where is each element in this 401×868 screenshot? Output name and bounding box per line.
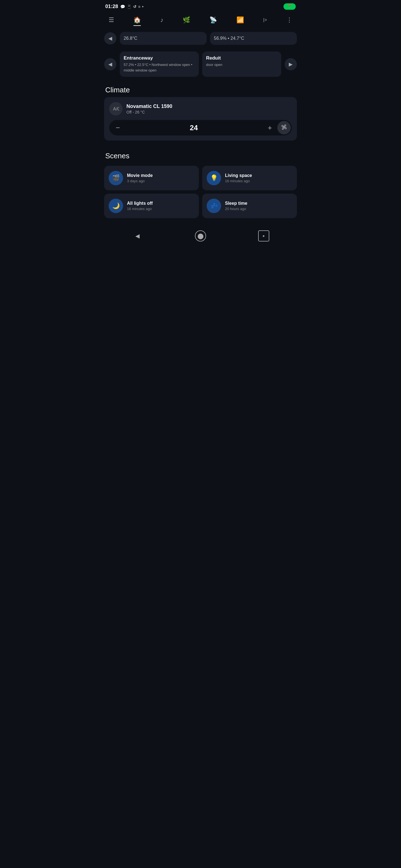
climate-device-name: Novamatic CL 1590 (126, 103, 172, 109)
living-space-name: Living space (225, 173, 252, 178)
menu-dots-icon: ≡ (138, 4, 140, 9)
home-button[interactable]: ⬤ (195, 230, 206, 242)
hamburger-icon: ☰ (109, 17, 114, 24)
climate-increase-button[interactable]: + (262, 121, 277, 134)
sync-icon: ↺ (133, 4, 137, 9)
living-space-icon-circle: 💡 (207, 171, 221, 185)
climate-temperature-value: 24 (125, 124, 262, 132)
more-icon: ⋮ (286, 17, 292, 24)
scroll-right-sensor-button[interactable]: ▶ (285, 58, 297, 70)
nav-music[interactable]: ♪ (157, 15, 166, 28)
bottom-nav: ◀ ⬤ ▪ (100, 226, 301, 245)
scenes-grid: 🎬 Movie mode 3 days ago 💡 Living space 1… (100, 163, 301, 224)
top-card-1[interactable]: 26.8°C (120, 32, 207, 45)
nav-code[interactable]: |> (260, 16, 270, 26)
location-badge: 📍 (284, 3, 296, 10)
scroll-left-sensor-button[interactable]: ◀ (104, 58, 116, 70)
recents-icon: ▪ (263, 233, 264, 239)
top-cards-row: ◀ 26.8°C 56.9% • 24.7°C (100, 28, 301, 48)
nav-hamburger[interactable]: ☰ (106, 15, 117, 28)
chevron-left-icon: ◀ (108, 35, 112, 41)
top-card-1-value: 26.8°C (124, 36, 203, 41)
nav-more[interactable]: ⋮ (284, 15, 295, 28)
climate-mode-button[interactable] (277, 121, 291, 134)
living-space-time: 16 minutes ago (225, 179, 252, 183)
code-icon: |> (263, 18, 267, 23)
entranceway-detail: 57.2% • 22.5°C • Northwest window open •… (124, 62, 195, 73)
lightbulb-icon: 💡 (210, 175, 218, 182)
chevron-left-sensor-icon: ◀ (108, 61, 112, 67)
scroll-left-button[interactable]: ◀ (104, 32, 116, 44)
sleep-time-name: Sleep time (225, 201, 247, 206)
climate-decrease-button[interactable]: − (110, 121, 125, 134)
plus-icon: + (267, 124, 272, 132)
climate-header: A/C Novamatic CL 1590 Off - 26 °C (109, 102, 292, 116)
nav-cast[interactable]: 📡 (207, 15, 220, 28)
scene-movie-mode[interactable]: 🎬 Movie mode 3 days ago (104, 166, 199, 190)
svg-text:A/C: A/C (113, 106, 119, 111)
climate-ac-icon: A/C (109, 102, 122, 116)
sleep-time-time: 20 hours ago (225, 207, 247, 211)
scene-sleep-time[interactable]: 💤 Sleep time 20 hours ago (202, 194, 297, 218)
climate-controls: − 24 + (109, 120, 292, 135)
chat-icon: 💬 (120, 4, 125, 9)
top-card-2[interactable]: 56.9% • 24.7°C (210, 32, 297, 45)
sleep-icon: 💤 (210, 202, 218, 210)
nav-nature[interactable]: 🌿 (180, 15, 193, 28)
top-nav: ☰ 🏠 ♪ 🌿 📡 📶 |> ⋮ (100, 12, 301, 28)
movie-mode-icon-circle: 🎬 (109, 171, 123, 185)
all-lights-off-name: All lights off (127, 201, 152, 206)
location-icon: 📍 (287, 4, 292, 9)
scenes-section-header: Scenes (100, 146, 301, 163)
home-circle-icon: ⬤ (197, 232, 204, 239)
minus-icon: − (116, 124, 120, 132)
entranceway-title: Entranceway (124, 55, 195, 61)
reduit-title: Reduit (206, 55, 277, 61)
clock: 01:28 (105, 4, 118, 9)
chevron-right-sensor-icon: ▶ (289, 61, 293, 67)
status-icons: 💬 📱 ↺ ≡ • (120, 4, 143, 9)
climate-device-status: Off - 26 °C (126, 110, 172, 114)
recents-button[interactable]: ▪ (258, 230, 269, 242)
all-lights-off-time: 16 minutes ago (127, 207, 152, 211)
entranceway-card[interactable]: Entranceway 57.2% • 22.5°C • Northwest w… (120, 52, 199, 77)
reduit-card[interactable]: Reduit door open (202, 52, 281, 77)
dot-icon: • (142, 4, 143, 9)
sleep-time-icon-circle: 💤 (207, 199, 221, 213)
home-icon: 🏠 (134, 17, 141, 24)
cast-icon: 📡 (209, 17, 217, 24)
music-icon: ♪ (161, 17, 164, 24)
all-lights-off-icon-circle: 🌙 (109, 199, 123, 213)
nav-wifi[interactable]: 📶 (234, 15, 247, 28)
back-button[interactable]: ◀ (132, 230, 143, 242)
nav-home[interactable]: 🏠 (131, 15, 144, 28)
climate-section-header: Climate (100, 80, 301, 97)
movie-mode-name: Movie mode (127, 173, 152, 178)
wifi-icon: 📶 (236, 17, 244, 24)
fan-icon (281, 124, 287, 132)
night-icon: 🌙 (112, 202, 120, 210)
status-bar: 01:28 💬 📱 ↺ ≡ • 📍 (100, 0, 301, 12)
leaf-icon: 🌿 (183, 17, 190, 24)
clapperboard-icon: 🎬 (112, 175, 120, 182)
scene-living-space[interactable]: 💡 Living space 16 minutes ago (202, 166, 297, 190)
top-card-2-value: 56.9% • 24.7°C (214, 36, 293, 41)
scene-all-lights-off[interactable]: 🌙 All lights off 16 minutes ago (104, 194, 199, 218)
back-icon: ◀ (135, 232, 140, 239)
movie-mode-time: 3 days ago (127, 179, 152, 183)
reduit-detail: door open (206, 62, 277, 68)
whatsapp-icon: 📱 (127, 4, 132, 9)
sensor-cards-row: ◀ Entranceway 57.2% • 22.5°C • Northwest… (100, 48, 301, 80)
climate-card: A/C Novamatic CL 1590 Off - 26 °C − 24 + (104, 97, 297, 141)
